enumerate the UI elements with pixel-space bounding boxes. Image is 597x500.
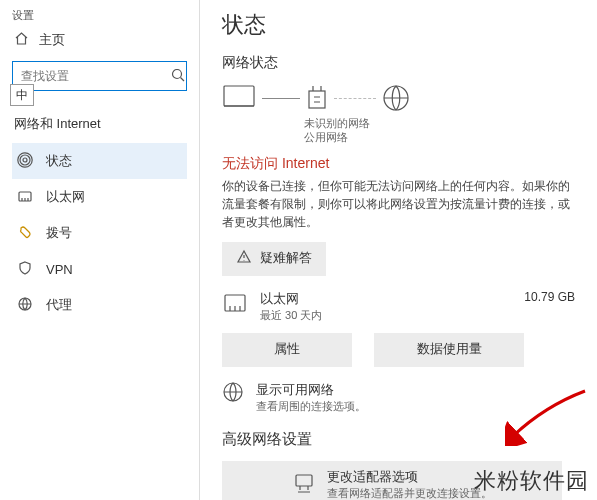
adapter-title: 更改适配器选项 bbox=[327, 469, 492, 486]
network-status-heading: 网络状态 bbox=[222, 54, 577, 72]
troubleshoot-label: 疑难解答 bbox=[260, 250, 312, 267]
status-icon bbox=[16, 152, 34, 171]
globe-icon bbox=[382, 84, 410, 112]
sidebar-item-label: 代理 bbox=[46, 296, 72, 314]
svg-rect-11 bbox=[296, 475, 312, 486]
ime-indicator: 中 bbox=[10, 84, 34, 106]
search-icon bbox=[171, 68, 185, 85]
error-title: 无法访问 Internet bbox=[222, 155, 577, 173]
window-title: 设置 bbox=[12, 8, 187, 23]
adapter-icon bbox=[293, 472, 315, 497]
sidebar-item-label: 以太网 bbox=[46, 188, 85, 206]
globe-icon bbox=[222, 381, 244, 406]
nav-home[interactable]: 主页 bbox=[14, 31, 187, 49]
properties-label: 属性 bbox=[274, 341, 300, 358]
sidebar-item-proxy[interactable]: 代理 bbox=[12, 287, 187, 323]
adapter-desc: 查看网络适配器并更改连接设置。 bbox=[327, 486, 492, 500]
sidebar-item-vpn[interactable]: VPN bbox=[12, 251, 187, 287]
router-icon bbox=[306, 84, 328, 112]
sidebar: 设置 主页 中 网络和 Internet 状态 bbox=[0, 0, 200, 500]
sidebar-nav: 状态 以太网 拨号 VPN bbox=[12, 143, 187, 323]
main-content: 状态 网络状态 未识别的网络 公用网络 无法访问 Internet 你的设备已连… bbox=[200, 0, 597, 500]
computer-icon bbox=[222, 84, 256, 112]
ethernet-name: 以太网 bbox=[260, 290, 512, 308]
svg-rect-7 bbox=[309, 91, 325, 108]
search-input[interactable] bbox=[12, 61, 187, 91]
sidebar-item-label: 拨号 bbox=[46, 224, 72, 242]
sidebar-item-dialup[interactable]: 拨号 bbox=[12, 215, 187, 251]
home-icon bbox=[14, 31, 29, 49]
ethernet-icon bbox=[222, 290, 248, 319]
ethernet-size: 10.79 GB bbox=[524, 290, 575, 304]
sidebar-item-status[interactable]: 状态 bbox=[12, 143, 187, 179]
proxy-icon bbox=[16, 296, 34, 315]
usage-button[interactable]: 数据使用量 bbox=[374, 333, 524, 367]
svg-point-2 bbox=[20, 155, 30, 165]
network-diagram bbox=[222, 84, 577, 112]
watermark: 米粉软件园 bbox=[474, 466, 589, 496]
show-networks-title: 显示可用网络 bbox=[256, 381, 366, 399]
svg-point-0 bbox=[173, 69, 182, 78]
diagram-label-2: 公用网络 bbox=[304, 130, 577, 144]
sidebar-item-label: VPN bbox=[46, 262, 73, 277]
sidebar-item-label: 状态 bbox=[46, 152, 72, 170]
advanced-heading: 高级网络设置 bbox=[222, 430, 577, 449]
ethernet-icon bbox=[16, 188, 34, 207]
home-label: 主页 bbox=[39, 31, 65, 49]
show-networks-link[interactable]: 显示可用网络 查看周围的连接选项。 bbox=[222, 381, 577, 414]
sidebar-item-ethernet[interactable]: 以太网 bbox=[12, 179, 187, 215]
svg-point-1 bbox=[23, 158, 27, 162]
line-dotted bbox=[334, 98, 376, 99]
page-title: 状态 bbox=[222, 10, 577, 40]
ethernet-time: 最近 30 天内 bbox=[260, 308, 512, 323]
line-solid bbox=[262, 98, 300, 99]
troubleshoot-button[interactable]: 疑难解答 bbox=[222, 242, 326, 276]
usage-label: 数据使用量 bbox=[417, 341, 482, 358]
show-networks-desc: 查看周围的连接选项。 bbox=[256, 399, 366, 414]
vpn-icon bbox=[16, 260, 34, 279]
diagram-labels: 未识别的网络 公用网络 bbox=[304, 116, 577, 145]
properties-button[interactable]: 属性 bbox=[222, 333, 352, 367]
ethernet-row: 以太网 最近 30 天内 10.79 GB bbox=[222, 290, 577, 323]
dialup-icon bbox=[16, 224, 34, 243]
sidebar-section-title: 网络和 Internet bbox=[14, 115, 187, 133]
error-body: 你的设备已连接，但你可能无法访问网络上的任何内容。如果你的流量套餐有限制，则你可… bbox=[222, 177, 577, 232]
warning-icon bbox=[236, 249, 252, 268]
svg-rect-6 bbox=[224, 86, 254, 106]
search-field[interactable] bbox=[21, 69, 171, 83]
diagram-label-1: 未识别的网络 bbox=[304, 116, 577, 130]
